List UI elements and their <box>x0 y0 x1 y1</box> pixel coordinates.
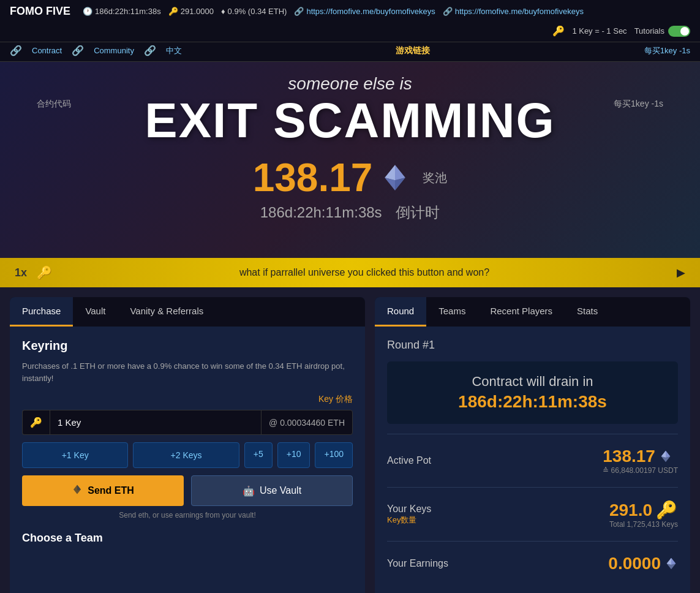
chinese-link[interactable]: 中文 <box>166 45 182 56</box>
key-icon-rule: 🔑 <box>552 25 565 37</box>
contract-drain-text: Contract will drain in <box>399 374 666 390</box>
add-2-keys-button[interactable]: +2 Keys <box>133 442 239 468</box>
tab-teams[interactable]: Teams <box>426 297 478 327</box>
link-icon-2: 🔗 <box>443 7 453 16</box>
brand-logo: FOMO FIVE <box>10 5 70 18</box>
add-10-button[interactable]: +10 <box>277 442 310 468</box>
active-pot-row: Active Pot 138.17 ≙ 66,848.00197 USDT <box>387 442 678 480</box>
right-tab-bar: Round Teams Recent Players Stats <box>375 297 690 327</box>
your-keys-left: Your Keys Key数量 <box>387 504 431 526</box>
keyring-title: Keyring <box>22 339 353 353</box>
use-vault-label: Use Vault <box>260 485 301 496</box>
divider-2 <box>387 487 678 488</box>
svg-marker-11 <box>671 558 676 565</box>
active-pot-value: 138.17 <box>603 447 678 466</box>
hero-title: EXIT SCAMMING <box>10 96 690 145</box>
svg-marker-12 <box>667 558 671 565</box>
timer-stat: 🕐 186d:22h:11m:38s <box>83 7 161 16</box>
active-pot-label: Active Pot <box>387 455 431 466</box>
clock-icon: 🕐 <box>83 7 92 16</box>
link2-stat: 🔗 https://fomofive.me/buyfomofivekeys <box>443 7 584 16</box>
right-panel: Round Teams Recent Players Stats Round #… <box>375 297 690 593</box>
hero-timer: 186d:22h:11m:38s 倒计时 <box>10 203 690 222</box>
your-keys-number: 291.0 <box>609 500 652 520</box>
send-hint: Send eth, or use earnings from your vaul… <box>22 511 353 519</box>
your-keys-right: 291.0 🔑 Total 1,725,413 Keys <box>609 500 678 529</box>
second-nav: 🔗 Contract 🔗 Community 🔗 中文 游戏链接 每买1key … <box>0 42 700 62</box>
keyring-info: Purchases of .1 ETH or more have a 0.9% … <box>22 360 353 384</box>
tutorials-toggle[interactable] <box>668 26 690 37</box>
key-icon-nav: 🔑 <box>168 7 178 16</box>
your-earnings-right: 0.0000 <box>608 554 678 573</box>
svg-marker-9 <box>661 451 666 458</box>
game-link-label: 游戏链接 <box>396 45 430 56</box>
divider-3 <box>387 541 678 542</box>
tutorials-container: Tutorials <box>634 26 690 37</box>
key-price-label: Key 价格 <box>22 394 353 405</box>
send-eth-button[interactable]: Send ETH <box>22 475 184 506</box>
contract-drain-box: Contract will drain in 186d:22h:11m:38s <box>387 361 678 424</box>
your-earnings-label: Your Earnings <box>387 558 448 569</box>
eth-icon-pot <box>659 450 672 463</box>
jackpot-label: 奖池 <box>423 170 447 186</box>
buy-link-1[interactable]: https://fomofive.me/buyfomofivekeys <box>306 7 435 16</box>
jackpot-value: 0.9% (0.34 ETH) <box>228 7 287 16</box>
buy-banner[interactable]: 1x 🔑 what if parrallel universe you clic… <box>0 258 700 287</box>
add-5-button[interactable]: +5 <box>244 442 273 468</box>
key-icon-input: 🔑 <box>30 417 42 428</box>
tab-vanity-referrals[interactable]: Vanity & Referrals <box>118 297 216 327</box>
divider-1 <box>387 434 678 434</box>
keys-value: 291.0000 <box>181 7 214 16</box>
your-earnings-number: 0.0000 <box>608 554 661 573</box>
right-tab-content: Round #1 Contract will drain in 186d:22h… <box>375 327 690 593</box>
tab-recent-players[interactable]: Recent Players <box>478 297 565 327</box>
active-pot-number: 138.17 <box>603 447 655 466</box>
banner-arrow-icon: ▶ <box>677 266 685 279</box>
link-icon-community: 🔗 <box>72 45 84 56</box>
diamond-icon: ♦ <box>221 7 225 16</box>
key-input-row: 🔑 @ 0.00034460 ETH <box>22 410 353 435</box>
price-value: 0.00034460 ETH <box>280 418 345 428</box>
key-quantity-input[interactable] <box>50 410 261 435</box>
tab-vault[interactable]: Vault <box>73 297 118 327</box>
contract-link[interactable]: Contract <box>32 46 62 55</box>
per-buy-hero-label: 每买1key -1s <box>614 99 663 110</box>
countdown-label: 倒计时 <box>396 204 440 221</box>
your-keys-label: Your Keys <box>387 504 431 515</box>
active-pot-value-col: 138.17 ≙ 66,848.00197 USDT <box>603 447 678 475</box>
active-pot-usdt: ≙ 66,848.00197 USDT <box>603 466 678 475</box>
per-buy-label: 每买1key -1s <box>644 45 690 56</box>
link1-stat: 🔗 https://fomofive.me/buyfomofivekeys <box>294 7 435 16</box>
hero-section: 合约代码 每买1key -1s someone else is EXIT SCA… <box>0 62 700 258</box>
what-if-text: what if parrallel universe you clicked t… <box>62 267 667 278</box>
key-icon-keys: 🔑 <box>656 500 677 520</box>
your-earnings-value: 0.0000 <box>608 554 678 573</box>
action-buttons-row: Send ETH 🤖 Use Vault <box>22 475 353 506</box>
link-icon-contract: 🔗 <box>10 45 22 56</box>
banner-key-icon: 🔑 <box>37 265 52 280</box>
choose-team-title: Choose a Team <box>22 532 353 545</box>
hero-subtitle: someone else is <box>10 74 690 94</box>
vault-icon: 🤖 <box>243 485 255 497</box>
tab-purchase[interactable]: Purchase <box>10 297 73 327</box>
your-keys-value: 291.0 🔑 <box>609 500 678 520</box>
keys-stat: 🔑 291.0000 <box>168 7 214 16</box>
add-1-key-button[interactable]: +1 Key <box>22 442 128 468</box>
add-100-button[interactable]: +100 <box>315 442 353 468</box>
timer-value: 186d:22h:11m:38s <box>95 7 161 16</box>
key-rule: 1 Key = - 1 Sec <box>572 26 627 36</box>
left-tab-bar: Purchase Vault Vanity & Referrals <box>10 297 365 327</box>
send-eth-label: Send ETH <box>88 485 134 496</box>
tab-round[interactable]: Round <box>375 297 426 327</box>
your-earnings-row: Your Earnings 0.0000 <box>387 549 678 578</box>
multiplier-label: 1x <box>15 266 27 279</box>
tab-stats[interactable]: Stats <box>565 297 610 327</box>
use-vault-button[interactable]: 🤖 Use Vault <box>191 475 353 506</box>
tutorials-label: Tutorials <box>634 26 664 36</box>
svg-marker-6 <box>77 485 81 491</box>
buy-link-2[interactable]: https://fomofive.me/buyfomofivekeys <box>455 7 584 16</box>
community-link[interactable]: Community <box>94 46 134 55</box>
price-display: @ 0.00034460 ETH <box>261 410 353 435</box>
left-tab-content: Keyring Purchases of .1 ETH or more have… <box>10 327 365 557</box>
contract-left-label: 合约代码 <box>37 99 71 110</box>
